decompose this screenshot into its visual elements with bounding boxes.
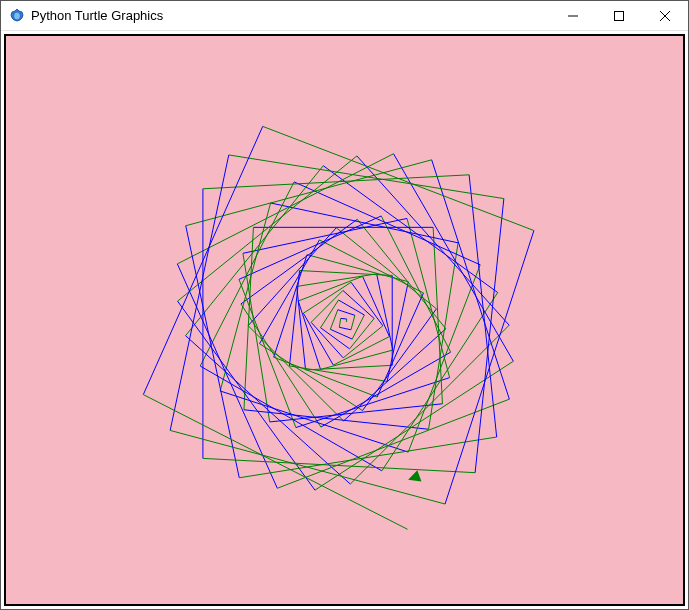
maximize-icon [614, 11, 624, 21]
svg-rect-2 [615, 11, 624, 20]
client-area [1, 31, 688, 609]
turtle-cursor [406, 470, 421, 485]
turtle-canvas [6, 36, 683, 604]
spiral-segment [303, 313, 333, 365]
spiral-segment [357, 156, 509, 325]
spiral-segment [298, 276, 362, 301]
spiral-segment [260, 240, 320, 344]
spiral-segment [300, 271, 393, 276]
spiral-segment [241, 219, 357, 304]
spiral-segment [330, 310, 337, 330]
spiral-segment [303, 282, 351, 313]
spiral-segment [260, 344, 363, 411]
window-title: Python Turtle Graphics [31, 8, 163, 23]
close-icon [660, 11, 670, 21]
spiral-segment [336, 228, 436, 309]
turtle-icon [9, 8, 25, 24]
spiral-segment [311, 322, 343, 358]
spiral-segment [343, 326, 383, 358]
spiral-segment [350, 325, 509, 484]
spiral-segment [220, 203, 270, 391]
spiral-segment [394, 154, 514, 361]
close-button[interactable] [642, 1, 688, 31]
maximize-button[interactable] [596, 1, 642, 31]
minimize-icon [568, 11, 578, 21]
spiral-segment [178, 156, 357, 301]
spiral-segment [319, 240, 423, 293]
application-window: Python Turtle Graphics [0, 0, 689, 610]
spiral-segment [143, 395, 407, 530]
spiral-segment [306, 365, 393, 370]
spiral-segment [333, 337, 389, 366]
spiral-segment [341, 318, 347, 319]
spiral-segment [244, 227, 253, 409]
titlebar[interactable]: Python Turtle Graphics [1, 1, 688, 31]
spiral-segment [351, 282, 383, 326]
spiral-segment [339, 327, 351, 329]
spiral-segment [339, 318, 340, 327]
spiral-segment [178, 301, 315, 490]
spiral-segment [315, 361, 513, 490]
svg-point-0 [14, 12, 21, 20]
spiral-segment [243, 218, 407, 253]
spiral-segment [351, 315, 355, 329]
spiral-segment [338, 310, 355, 316]
spiral-segment [343, 290, 374, 318]
spiral-segment [445, 231, 534, 504]
spiral-segment [170, 430, 445, 504]
spiral-segment [229, 155, 504, 199]
minimize-button[interactable] [550, 1, 596, 31]
turtle-canvas-frame [4, 34, 685, 606]
spiral-segment [203, 458, 475, 472]
spiral-segment [339, 300, 365, 315]
spiral-segment [289, 271, 299, 366]
spiral-segment [263, 126, 534, 230]
